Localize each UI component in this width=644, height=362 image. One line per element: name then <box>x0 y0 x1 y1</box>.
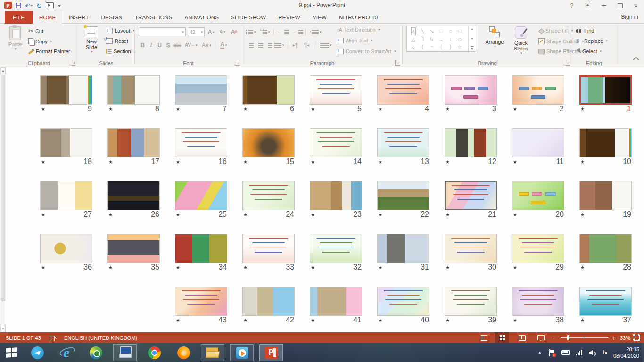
slide-thumbnail-16[interactable] <box>175 128 227 157</box>
change-case-button[interactable]: Aa▾ <box>202 41 211 49</box>
slide-transition-star-icon[interactable]: ★ <box>108 107 113 112</box>
taskbar-app-telegram[interactable] <box>25 344 49 361</box>
select-button[interactable]: Select▾ <box>576 49 602 54</box>
slide-thumbnail-35[interactable] <box>107 234 160 263</box>
taskbar-app-powerpoint[interactable]: P <box>259 344 283 361</box>
reading-view-button[interactable] <box>515 332 529 343</box>
slide-thumbnail-22[interactable] <box>377 181 429 210</box>
slide-transition-star-icon[interactable]: ★ <box>108 212 113 217</box>
numbering-button[interactable]: ▾ <box>260 27 270 36</box>
close-button[interactable]: × <box>628 0 644 11</box>
shape-glyph-2[interactable]: ↘ <box>430 28 434 35</box>
shrink-font-button[interactable]: A▼ <box>219 27 227 36</box>
spell-check-icon[interactable] <box>50 332 57 343</box>
taskbar-app-media-player[interactable] <box>230 344 254 361</box>
tab-review[interactable]: REVIEW <box>272 11 306 24</box>
slide-thumbnail-4[interactable] <box>377 75 429 105</box>
show-desktop-button[interactable] <box>642 343 644 362</box>
ribbon-display-options-button[interactable] <box>580 0 596 11</box>
slide-transition-star-icon[interactable]: ★ <box>243 318 248 323</box>
columns-button[interactable]: ▾ <box>318 41 332 49</box>
justify-button[interactable]: ▾ <box>274 41 284 49</box>
slide-thumbnail-34[interactable] <box>175 234 227 263</box>
ltr-text-direction-button[interactable]: ▸¶ <box>291 41 299 49</box>
slide-thumbnail-3[interactable] <box>445 75 497 105</box>
slide-transition-star-icon[interactable]: ★ <box>446 318 450 323</box>
slide-thumbnail-39[interactable] <box>445 287 497 316</box>
zoom-out-button[interactable]: - <box>553 332 555 343</box>
slide-thumbnail-14[interactable] <box>310 128 362 157</box>
action-center-flag-icon[interactable]: × <box>545 343 558 362</box>
slide-thumbnail-26[interactable] <box>107 181 160 210</box>
start-button[interactable] <box>0 343 23 362</box>
line-spacing-button[interactable]: ↕▾ <box>309 27 322 36</box>
rtl-text-direction-button[interactable]: ¶◂ <box>303 41 311 49</box>
slide-transition-star-icon[interactable]: ★ <box>378 265 382 270</box>
slide-transition-star-icon[interactable]: ★ <box>311 318 315 323</box>
shape-glyph-11[interactable]: ◇ <box>458 36 462 43</box>
restore-button[interactable] <box>612 0 628 11</box>
slide-thumbnail-21[interactable] <box>445 181 497 210</box>
font-color-button[interactable]: A▾ <box>220 41 228 49</box>
slide-thumbnail-29[interactable] <box>512 234 564 263</box>
tray-expand-icon[interactable]: ▲ <box>535 343 545 362</box>
network-signal-icon[interactable] <box>573 343 586 362</box>
new-slide-button[interactable]: New Slide▾ <box>80 26 103 54</box>
strikethrough-button[interactable]: abc <box>173 41 182 49</box>
collapse-ribbon-button[interactable] <box>633 57 639 63</box>
shape-glyph-13[interactable]: ( <box>422 43 424 50</box>
slide-thumbnail-41[interactable] <box>310 287 362 316</box>
slide-thumbnail-13[interactable] <box>377 128 429 157</box>
minimize-button[interactable] <box>596 0 612 11</box>
font-dialog-launcher[interactable] <box>235 60 240 66</box>
undo-icon[interactable]: ↶▾ <box>24 1 34 10</box>
shape-glyph-3[interactable]: □ <box>439 28 443 35</box>
slide-thumbnail-37[interactable] <box>579 287 632 316</box>
cut-button[interactable]: ✂Cut <box>28 28 43 34</box>
slide-transition-star-icon[interactable]: ★ <box>243 212 248 217</box>
reset-button[interactable]: Reset <box>106 38 128 44</box>
slide-transition-star-icon[interactable]: ★ <box>41 265 45 270</box>
slide-thumbnail-31[interactable] <box>377 234 429 263</box>
align-text-button[interactable]: Align Text▾ <box>337 38 372 43</box>
slide-transition-star-icon[interactable]: ★ <box>378 159 382 165</box>
vertical-scrollbar[interactable]: ▲ ▼ <box>0 67 6 332</box>
scrollbar-thumb[interactable] <box>1 75 5 301</box>
align-center-button[interactable] <box>256 41 264 49</box>
slide-thumbnail-32[interactable] <box>310 234 362 263</box>
slide-transition-star-icon[interactable]: ★ <box>378 107 382 112</box>
slide-transition-star-icon[interactable]: ★ <box>176 212 180 217</box>
shape-glyph-4[interactable]: ○ <box>449 28 452 35</box>
normal-view-button[interactable] <box>477 332 491 343</box>
paste-button[interactable]: Paste▾ <box>5 26 25 51</box>
slide-thumbnail-43[interactable] <box>175 287 227 316</box>
arrange-button[interactable]: Arrange▾ <box>482 26 507 49</box>
scroll-up-button[interactable]: ▲ <box>0 67 6 74</box>
shape-glyph-12[interactable]: ς <box>412 43 414 50</box>
slide-transition-star-icon[interactable]: ★ <box>513 318 517 323</box>
slide-thumbnail-2[interactable] <box>512 75 564 105</box>
slide-thumbnail-6[interactable] <box>242 75 295 105</box>
slide-thumbnail-8[interactable] <box>107 75 160 105</box>
tab-slide-show[interactable]: SLIDE SHOW <box>225 11 272 24</box>
section-button[interactable]: Section▾ <box>106 49 135 54</box>
tab-home[interactable]: HOME <box>33 11 62 24</box>
tab-animations[interactable]: ANIMATIONS <box>178 11 225 24</box>
slide-thumbnail-40[interactable] <box>377 287 429 316</box>
slide-transition-star-icon[interactable]: ★ <box>513 212 517 217</box>
font-name-combo[interactable]: ▾ <box>139 27 186 36</box>
redo-icon[interactable]: ↻ <box>34 1 44 10</box>
slide-thumbnail-25[interactable] <box>175 181 227 210</box>
slide-thumbnail-38[interactable] <box>512 287 564 316</box>
slide-thumbnail-28[interactable] <box>579 234 632 263</box>
customize-qat-icon[interactable] <box>55 1 65 10</box>
text-shadow-button[interactable]: S <box>164 41 172 49</box>
slide-transition-star-icon[interactable]: ★ <box>108 159 113 165</box>
slide-thumbnail-23[interactable] <box>310 181 362 210</box>
bullets-button[interactable]: ▾ <box>246 27 256 36</box>
shape-glyph-14[interactable]: ~ <box>430 43 433 50</box>
slide-transition-star-icon[interactable]: ★ <box>108 265 113 270</box>
tab-file[interactable]: FILE <box>5 11 33 24</box>
slide-thumbnail-5[interactable] <box>310 75 362 105</box>
slide-thumbnail-15[interactable] <box>242 128 295 157</box>
